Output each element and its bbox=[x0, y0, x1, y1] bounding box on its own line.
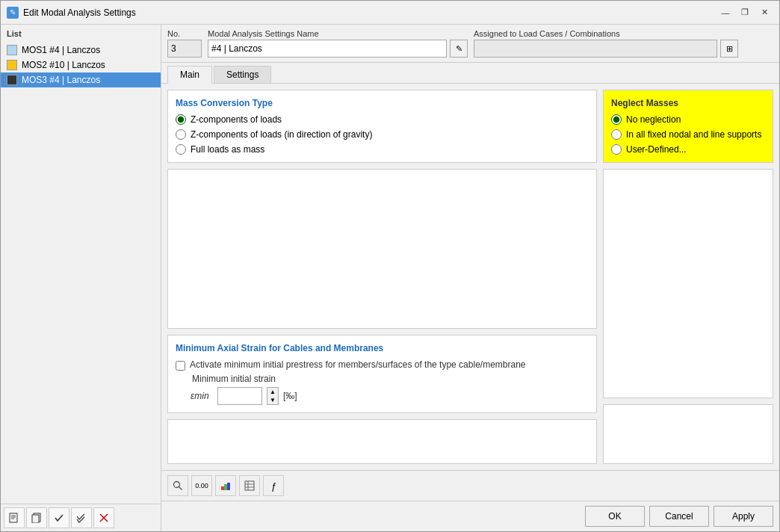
radio-z-gravity-input[interactable] bbox=[176, 129, 186, 140]
svg-rect-5 bbox=[32, 515, 39, 523]
svg-rect-13 bbox=[245, 481, 254, 490]
svg-rect-0 bbox=[10, 513, 17, 522]
copy-item-button[interactable] bbox=[26, 507, 47, 528]
cancel-button[interactable]: Cancel bbox=[649, 506, 709, 527]
radio-full-loads-input[interactable] bbox=[176, 144, 186, 155]
sidebar-color-mos3 bbox=[7, 75, 17, 85]
strain-section-label: Minimum initial strain bbox=[192, 374, 589, 384]
svg-line-9 bbox=[179, 487, 182, 490]
svg-rect-10 bbox=[221, 486, 224, 490]
sidebar-item-mos1[interactable]: MOS1 #4 | Lanczos bbox=[1, 43, 161, 58]
dialog: ✎ Edit Modal Analysis Settings — ❐ ✕ Lis… bbox=[0, 0, 780, 532]
name-edit-button[interactable]: ✎ bbox=[450, 40, 468, 58]
formula-label: ƒ bbox=[270, 480, 276, 492]
radio-user-defined[interactable]: User-Defined... bbox=[611, 144, 765, 155]
sidebar-item-mos3[interactable]: MOS3 #4 | Lanczos bbox=[1, 72, 161, 87]
no-label: No. bbox=[167, 29, 202, 38]
right-spacer-bottom bbox=[603, 404, 773, 464]
close-button[interactable]: ✕ bbox=[755, 5, 773, 20]
radio-no-neglection[interactable]: No neglection bbox=[611, 114, 765, 125]
emin-label: εmin bbox=[191, 391, 213, 401]
apply-button[interactable]: Apply bbox=[714, 506, 773, 527]
mass-conversion-box: Mass Conversion Type Z-components of loa… bbox=[167, 90, 597, 163]
cable-box: Minimum Axial Strain for Cables and Memb… bbox=[167, 335, 597, 413]
search-toolbar-btn[interactable] bbox=[167, 475, 188, 496]
ok-button[interactable]: OK bbox=[585, 506, 645, 527]
value-toolbar-btn[interactable]: 0.00 bbox=[191, 475, 212, 496]
mass-conversion-title: Mass Conversion Type bbox=[176, 98, 589, 108]
assigned-edit-button[interactable]: ⊞ bbox=[720, 40, 738, 58]
no-input[interactable] bbox=[167, 40, 202, 58]
svg-rect-12 bbox=[227, 483, 230, 490]
mass-conversion-radio-group: Z-components of loads Z-components of lo… bbox=[176, 114, 589, 155]
name-field-group: Modal Analysis Settings Name ✎ bbox=[208, 29, 468, 58]
table-toolbar-btn[interactable] bbox=[239, 475, 260, 496]
top-right: Assigned to Load Cases / Combinations ⊞ bbox=[474, 29, 773, 58]
title-bar: ✎ Edit Modal Analysis Settings — ❐ ✕ bbox=[1, 1, 779, 25]
sidebar-label-mos3: MOS3 #4 | Lanczos bbox=[22, 75, 100, 85]
sidebar-color-mos1 bbox=[7, 45, 17, 55]
tabs: Main Settings bbox=[161, 63, 779, 84]
cable-title: Minimum Axial Strain for Cables and Memb… bbox=[176, 343, 589, 353]
radio-user-defined-input[interactable] bbox=[611, 144, 622, 155]
delete-item-button[interactable] bbox=[93, 507, 114, 528]
bottom-toolbar: 0.00 ƒ bbox=[161, 470, 779, 501]
sidebar-label-mos1: MOS1 #4 | Lanczos bbox=[22, 45, 100, 55]
radio-z-components[interactable]: Z-components of loads bbox=[176, 114, 589, 125]
restore-button[interactable]: ❐ bbox=[736, 5, 754, 20]
radio-full-loads[interactable]: Full loads as mass bbox=[176, 144, 589, 155]
svg-rect-11 bbox=[224, 484, 227, 490]
assigned-input-row: ⊞ bbox=[474, 40, 773, 58]
right-panel: No. Modal Analysis Settings Name ✎ bbox=[161, 25, 779, 531]
cable-checkbox-label: Activate minimum initial prestress for m… bbox=[190, 359, 526, 370]
radio-fixed-nodal-input[interactable] bbox=[611, 129, 622, 140]
sidebar-item-mos2[interactable]: MOS2 #10 | Lanczos bbox=[1, 58, 161, 72]
emin-input[interactable] bbox=[217, 387, 262, 405]
name-input[interactable] bbox=[208, 40, 447, 58]
radio-no-neglection-input[interactable] bbox=[611, 114, 622, 125]
sidebar-label-mos2: MOS2 #10 | Lanczos bbox=[22, 60, 105, 70]
sidebar: List MOS1 #4 | Lanczos MOS2 #10 | Lanczo… bbox=[1, 25, 161, 531]
formula-toolbar-btn[interactable]: ƒ bbox=[263, 475, 284, 496]
dialog-icon: ✎ bbox=[7, 7, 19, 19]
sidebar-color-mos2 bbox=[7, 60, 17, 70]
svg-point-8 bbox=[174, 482, 180, 488]
top-input-row: No. Modal Analysis Settings Name ✎ bbox=[161, 25, 779, 63]
cable-checkbox[interactable] bbox=[176, 361, 185, 371]
right-spacer-top bbox=[603, 169, 773, 398]
emin-spinner: ▲ ▼ bbox=[267, 387, 279, 405]
check-all-button[interactable] bbox=[71, 507, 92, 528]
main-content: List MOS1 #4 | Lanczos MOS2 #10 | Lanczo… bbox=[1, 25, 779, 531]
assigned-input[interactable] bbox=[474, 40, 717, 58]
name-input-row: ✎ bbox=[208, 40, 468, 58]
minimize-button[interactable]: — bbox=[716, 5, 734, 20]
radio-fixed-nodal[interactable]: In all fixed nodal and line supports bbox=[611, 129, 765, 140]
color-toolbar-btn[interactable] bbox=[215, 475, 236, 496]
footer: OK Cancel Apply bbox=[161, 501, 779, 531]
new-item-button[interactable] bbox=[4, 507, 25, 528]
emin-spinner-down[interactable]: ▼ bbox=[267, 396, 278, 404]
radio-z-components-input[interactable] bbox=[176, 114, 186, 125]
left-spacer-bottom bbox=[167, 419, 597, 464]
emin-spinner-up[interactable]: ▲ bbox=[267, 388, 278, 396]
strain-row: εmin ▲ ▼ [‰] bbox=[191, 387, 589, 405]
title-bar-controls: — ❐ ✕ bbox=[716, 5, 773, 20]
neglect-title: Neglect Masses bbox=[611, 98, 765, 108]
assigned-label: Assigned to Load Cases / Combinations bbox=[474, 29, 773, 38]
no-field-group: No. bbox=[167, 29, 202, 58]
emin-unit: [‰] bbox=[283, 391, 297, 401]
name-label: Modal Analysis Settings Name bbox=[208, 29, 468, 38]
sidebar-header: List bbox=[1, 25, 161, 43]
cable-checkbox-item: Activate minimum initial prestress for m… bbox=[176, 359, 589, 371]
right-column: Neglect Masses No neglection In all fixe… bbox=[603, 90, 773, 464]
sidebar-bottom bbox=[1, 504, 161, 531]
left-column: Mass Conversion Type Z-components of loa… bbox=[167, 90, 597, 464]
check-item-button[interactable] bbox=[49, 507, 69, 528]
tab-main[interactable]: Main bbox=[167, 66, 212, 84]
left-spacer-mid bbox=[167, 169, 597, 329]
tab-settings[interactable]: Settings bbox=[214, 66, 271, 83]
top-row-inner: No. Modal Analysis Settings Name ✎ bbox=[167, 29, 773, 58]
tab-body: Mass Conversion Type Z-components of loa… bbox=[161, 84, 779, 470]
neglect-radio-group: No neglection In all fixed nodal and lin… bbox=[611, 114, 765, 155]
radio-z-gravity[interactable]: Z-components of loads (in direction of g… bbox=[176, 129, 589, 140]
